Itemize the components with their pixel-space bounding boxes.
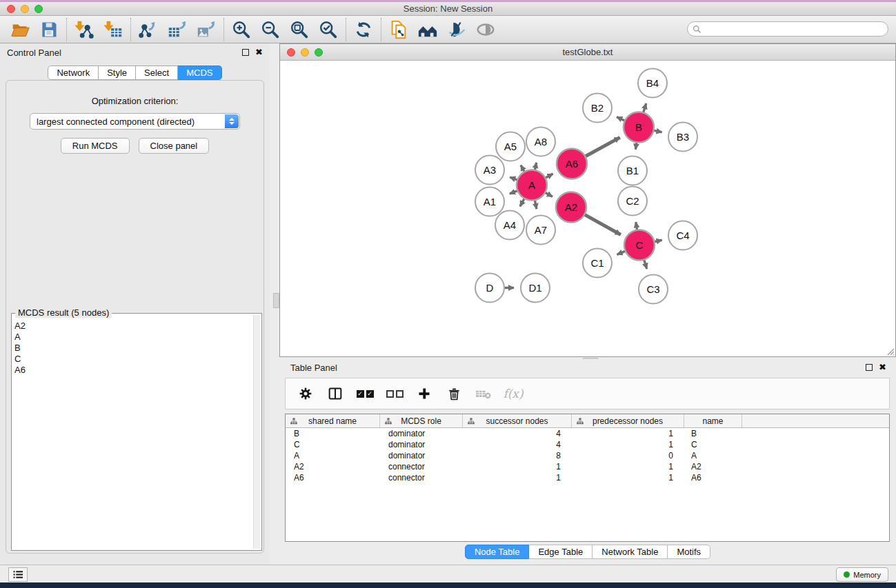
- node-C2[interactable]: C2: [618, 187, 647, 216]
- float-panel-icon[interactable]: [242, 49, 249, 56]
- bird-eye-view-button[interactable]: [471, 17, 500, 42]
- clone-network-button[interactable]: [384, 17, 413, 42]
- node-D[interactable]: D: [475, 274, 504, 303]
- refresh-layout-button[interactable]: [349, 17, 378, 42]
- edge-A6-B[interactable]: [585, 137, 619, 156]
- node-C4[interactable]: C4: [668, 221, 697, 250]
- export-table-button[interactable]: [163, 17, 192, 42]
- column-header-shared-name[interactable]: shared name: [286, 414, 380, 427]
- resize-grip-icon[interactable]: [885, 346, 895, 356]
- edge-A-A6[interactable]: [545, 174, 552, 178]
- close-table-panel-icon[interactable]: ✖: [879, 364, 886, 371]
- tab-style[interactable]: Style: [99, 65, 136, 80]
- close-panel-button[interactable]: Close panel: [139, 138, 210, 154]
- column-header-name[interactable]: name: [684, 414, 742, 427]
- column-header-predecessor-nodes[interactable]: predecessor nodes: [572, 414, 684, 427]
- tab-node-table[interactable]: Node Table: [465, 545, 530, 559]
- tab-motifs[interactable]: Motifs: [668, 545, 710, 559]
- edge-A2-C[interactable]: [584, 214, 621, 234]
- node-A[interactable]: A: [517, 170, 547, 201]
- edge-B-B2[interactable]: [617, 117, 625, 121]
- node-C[interactable]: C: [624, 230, 655, 261]
- edge-B-B1[interactable]: [635, 142, 637, 150]
- unselect-all-columns-button[interactable]: [383, 381, 406, 406]
- edge-A-A2[interactable]: [545, 192, 552, 196]
- node-A3[interactable]: A3: [475, 156, 504, 185]
- tab-network[interactable]: Network: [48, 65, 99, 80]
- save-session-button[interactable]: [34, 17, 63, 42]
- node-A2[interactable]: A2: [556, 192, 586, 223]
- tab-edge-table[interactable]: Edge Table: [529, 545, 593, 559]
- edge-A-A1[interactable]: [510, 191, 518, 194]
- table-row[interactable]: Cdominator41C: [286, 439, 889, 450]
- tab-network-table[interactable]: Network Table: [593, 545, 668, 559]
- tab-mcds[interactable]: MCDS: [178, 65, 221, 80]
- network-canvas[interactable]: B4B2BB3A5A8A6A3AB1A1A2C2A4A7C4CC1DD1C3: [280, 61, 895, 356]
- table-row[interactable]: Bdominator41B: [286, 428, 889, 439]
- column-header-successor-nodes[interactable]: successor nodes: [463, 414, 572, 427]
- node-A6[interactable]: A6: [557, 149, 587, 179]
- result-scrollbar[interactable]: [253, 315, 260, 549]
- node-A5[interactable]: A5: [496, 132, 525, 161]
- toggle-column-panel-button[interactable]: [323, 381, 347, 406]
- vertical-split-handle[interactable]: [273, 293, 279, 308]
- open-file-button[interactable]: [6, 17, 34, 42]
- node-B4[interactable]: B4: [638, 69, 667, 98]
- create-column-button[interactable]: [412, 381, 436, 406]
- search-input[interactable]: [701, 23, 888, 35]
- export-network-button[interactable]: [134, 17, 163, 42]
- node-A1[interactable]: A1: [475, 187, 504, 216]
- column-header-MCDS-role[interactable]: MCDS role: [380, 414, 463, 427]
- edge-A-A3[interactable]: [510, 177, 517, 180]
- node-D1[interactable]: D1: [521, 274, 550, 303]
- edge-A-A4[interactable]: [520, 199, 524, 207]
- zoom-out-button[interactable]: [256, 17, 285, 42]
- result-item[interactable]: A2: [14, 321, 252, 332]
- table-settings-button[interactable]: [294, 381, 317, 406]
- memory-button[interactable]: Memory: [836, 567, 888, 582]
- edge-C-C2[interactable]: [636, 222, 637, 230]
- node-C3[interactable]: C3: [639, 275, 668, 304]
- node-B[interactable]: B: [624, 112, 654, 143]
- result-item[interactable]: A: [14, 332, 252, 343]
- node-C1[interactable]: C1: [583, 249, 612, 278]
- node-B1[interactable]: B1: [618, 156, 647, 185]
- import-table-button[interactable]: [99, 17, 128, 42]
- table-row[interactable]: Adominator80A: [286, 450, 889, 461]
- import-network-button[interactable]: [70, 17, 99, 42]
- close-panel-icon[interactable]: ✖: [255, 49, 263, 56]
- edge-B-B4[interactable]: [644, 103, 646, 112]
- edge-A-A5[interactable]: [521, 165, 524, 172]
- float-table-panel-icon[interactable]: [866, 364, 873, 371]
- edge-C-C1[interactable]: [617, 251, 626, 254]
- edge-C-C4[interactable]: [654, 240, 661, 242]
- task-history-button[interactable]: [8, 567, 28, 582]
- function-builder-button[interactable]: f(x): [501, 381, 525, 406]
- edge-B-B3[interactable]: [653, 130, 661, 132]
- run-mcds-button[interactable]: Run MCDS: [61, 138, 130, 154]
- edge-A-A7[interactable]: [535, 200, 537, 209]
- criterion-dropdown[interactable]: largest connected component (directed): [30, 113, 240, 130]
- select-all-columns-button[interactable]: ✓✓: [353, 381, 377, 406]
- zoom-selected-button[interactable]: [314, 17, 343, 42]
- table-row[interactable]: A6connector11A6: [286, 472, 889, 483]
- session-home-button[interactable]: [413, 17, 442, 42]
- result-item[interactable]: B: [14, 343, 252, 354]
- result-item[interactable]: C: [14, 354, 252, 365]
- node-A8[interactable]: A8: [526, 128, 555, 156]
- zoom-fit-button[interactable]: [285, 17, 314, 42]
- export-image-button[interactable]: [192, 17, 221, 42]
- zoom-in-button[interactable]: [227, 17, 256, 42]
- node-B2[interactable]: B2: [583, 94, 612, 123]
- edge-C-C3[interactable]: [644, 259, 647, 268]
- table-row[interactable]: A2connector11A2: [286, 461, 889, 472]
- tab-select[interactable]: Select: [136, 65, 178, 80]
- edge-A-A8[interactable]: [535, 163, 536, 170]
- node-A7[interactable]: A7: [526, 216, 555, 245]
- result-item[interactable]: A6: [14, 365, 252, 376]
- node-A4[interactable]: A4: [495, 211, 524, 240]
- delete-column-button[interactable]: [442, 381, 466, 406]
- delete-table-button[interactable]: [472, 381, 495, 406]
- node-B3[interactable]: B3: [668, 123, 697, 152]
- show-graphics-details-button[interactable]: [442, 17, 471, 42]
